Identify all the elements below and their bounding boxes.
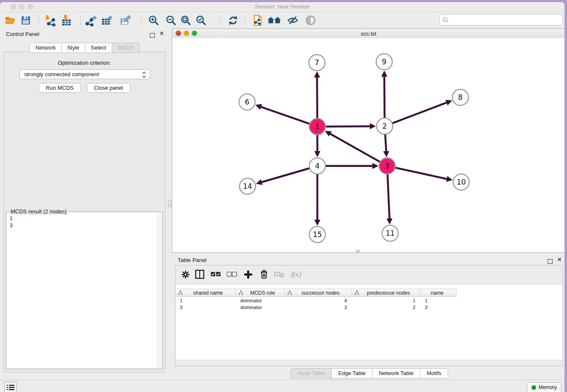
application-window: Session: New Session	[0, 2, 564, 392]
table-float-window-icon[interactable]	[548, 258, 553, 265]
memory-status-icon	[531, 385, 536, 390]
graph-edge-2-9[interactable]	[384, 72, 385, 119]
tab-motifs[interactable]: Motifs	[420, 368, 448, 378]
graph-edge-3-10[interactable]	[394, 167, 451, 179]
zoom-out-icon	[165, 15, 176, 26]
status-bar: Memory	[0, 380, 564, 392]
show-all-networks-button[interactable]	[267, 14, 282, 26]
duplicate-network-icon	[252, 14, 263, 26]
homes-icon	[267, 15, 281, 25]
export-image-button[interactable]	[120, 14, 132, 26]
graph-node-label-7: 7	[315, 58, 319, 67]
network-canvas[interactable]: 7968124314101511	[172, 38, 564, 252]
export-network-button[interactable]	[85, 14, 97, 26]
table-hscrollbar[interactable]	[176, 360, 562, 366]
criterion-select[interactable]: strongly connected component	[19, 69, 150, 79]
column-header-predecessor-nodes[interactable]: predecessor nodes	[352, 289, 421, 297]
select-all-columns-button[interactable]	[210, 269, 221, 280]
control-panel-tabs: NetworkStyleSelectMCDS	[0, 43, 169, 53]
tab-network[interactable]: Network	[30, 43, 61, 53]
tab-network-table[interactable]: Network Table	[372, 368, 420, 378]
tab-node-table[interactable]: Node Table	[291, 368, 332, 378]
graph-edge-2-8[interactable]	[391, 101, 451, 124]
column-header-label: name	[421, 290, 456, 296]
column-header-MCDS-role[interactable]: MCDS role	[236, 289, 285, 297]
show-column-button[interactable]	[194, 269, 205, 280]
graph-edge-4-14[interactable]	[258, 168, 311, 183]
optimization-criterion-label: Optimization criterion:	[4, 60, 165, 66]
refresh-button[interactable]	[227, 14, 239, 26]
graph-edge-1-2[interactable]	[324, 126, 374, 127]
select-stepper-icon	[142, 71, 146, 80]
graph-edge-1-6[interactable]	[257, 105, 311, 124]
open-session-button[interactable]	[4, 14, 16, 26]
graph-node-label-14: 14	[243, 182, 252, 190]
graph-node-label-1: 1	[315, 122, 320, 131]
zoom-selected-button[interactable]	[195, 14, 207, 26]
graphics-details-button[interactable]	[305, 14, 317, 26]
float-window-icon[interactable]	[150, 32, 155, 39]
tab-mcds[interactable]: MCDS	[112, 43, 140, 53]
hierarchy-icon	[287, 290, 292, 295]
import-table-button[interactable]	[61, 14, 72, 26]
close-panel-button[interactable]: Close panel	[87, 83, 130, 93]
table-row[interactable]: 3dominator323	[176, 304, 562, 311]
graph-node-label-3: 3	[385, 162, 390, 170]
column-header-label: shared name	[183, 290, 236, 296]
result-scrollbar[interactable]	[157, 213, 162, 368]
graph-node-label-9: 9	[382, 58, 387, 66]
list-icon	[7, 384, 14, 391]
duplicate-network-button[interactable]	[252, 14, 264, 26]
tab-edge-table[interactable]: Edge Table	[331, 368, 372, 378]
canvas-grip[interactable]	[356, 250, 360, 252]
splitpane-grip[interactable]	[168, 200, 172, 207]
memory-button[interactable]: Memory	[527, 382, 561, 392]
column-header-name[interactable]: name	[421, 289, 457, 297]
import-network-button[interactable]	[44, 14, 55, 26]
criterion-value: strongly connected component	[24, 71, 99, 77]
network-title: scc.txt	[172, 30, 564, 37]
delete-column-button[interactable]	[259, 269, 270, 280]
column-header-label: predecessor nodes	[359, 290, 420, 296]
hierarchy-icon	[355, 290, 359, 295]
table-row[interactable]: 1dominator411	[176, 297, 562, 304]
table-settings-button[interactable]	[180, 269, 191, 280]
column-header-label: MCDS role	[243, 290, 284, 296]
task-history-button[interactable]	[4, 382, 17, 392]
table-panel-header: Table Panel ✕	[172, 254, 564, 265]
graph-node-label-15: 15	[313, 230, 322, 239]
table-cell: 3	[176, 304, 236, 311]
table-panel-body: f(x) shared nameMCDS rolesuccessor nodes…	[175, 265, 563, 366]
checked-boxes-icon	[211, 272, 221, 277]
tab-select[interactable]: Select	[85, 43, 112, 53]
close-icon[interactable]: ✕	[159, 31, 164, 36]
style-toggle-button[interactable]	[287, 14, 299, 26]
hierarchy-icon	[239, 290, 243, 295]
graph-edge-2-3[interactable]	[385, 133, 386, 155]
graph-edge-3-1[interactable]	[327, 132, 381, 163]
save-disk-icon	[21, 15, 31, 25]
unselect-all-columns-button[interactable]	[226, 269, 237, 280]
search-input[interactable]	[451, 17, 562, 24]
zoom-fit-icon	[180, 15, 191, 26]
graph-node-label-6: 6	[245, 98, 250, 106]
table-close-icon[interactable]: ✕	[557, 257, 562, 262]
table-cell: 2	[352, 304, 421, 311]
save-session-button[interactable]	[20, 14, 32, 26]
zoom-in-button[interactable]	[148, 14, 160, 26]
column-header-shared-name[interactable]: shared name	[176, 289, 236, 297]
zoom-fit-button[interactable]	[180, 14, 192, 26]
run-mcds-button[interactable]: Run MCDS	[39, 83, 81, 93]
fx-icon: f(x)	[291, 270, 301, 279]
search-field[interactable]	[439, 14, 563, 25]
column-header-successor-nodes[interactable]: successor nodes	[285, 289, 352, 297]
graph-edge-3-11[interactable]	[388, 173, 390, 223]
create-column-button[interactable]	[242, 269, 253, 280]
zoom-out-button[interactable]	[165, 14, 177, 26]
export-table-button[interactable]	[101, 14, 113, 26]
open-folder-icon	[5, 15, 16, 25]
tab-style[interactable]: Style	[61, 43, 85, 53]
graph-edge-1-7[interactable]	[317, 73, 317, 120]
graph-node-label-8: 8	[458, 93, 463, 102]
table-panel-title: Table Panel	[178, 257, 206, 263]
